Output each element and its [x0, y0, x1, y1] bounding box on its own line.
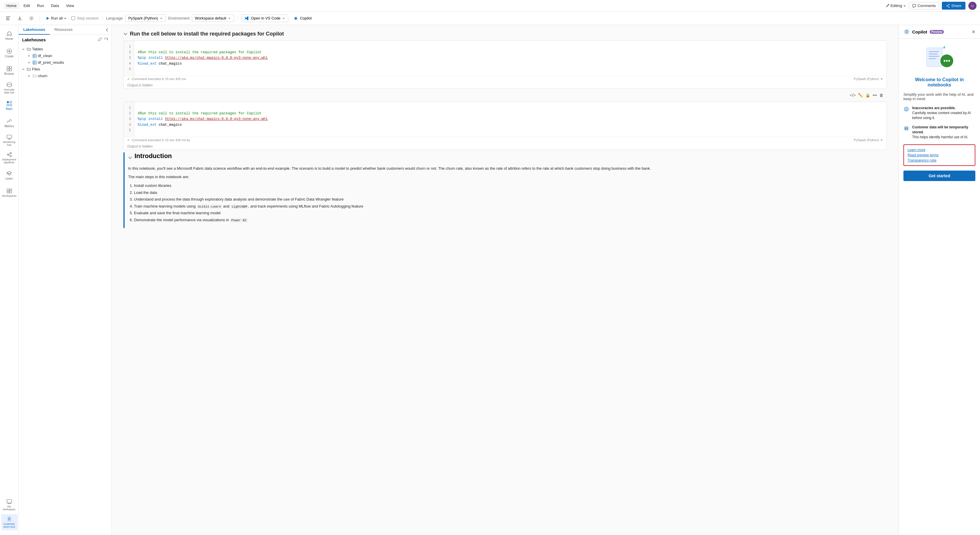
intro-title: Introduction [135, 152, 172, 160]
svg-rect-14 [7, 69, 9, 71]
svg-rect-12 [7, 67, 9, 68]
tree-item-df-pred[interactable]: df_pred_results [19, 59, 111, 66]
apps-icon [6, 101, 12, 106]
tables-group[interactable]: Tables [19, 46, 111, 52]
step-6: Demonstrate the model performance via vi… [134, 217, 887, 224]
copilot-panel-header: Copilot Preview ✕ [899, 25, 980, 39]
nav-run[interactable]: Run [34, 2, 47, 9]
svg-point-10 [296, 18, 297, 18]
nav-view[interactable]: View [63, 2, 77, 9]
editing-button[interactable]: Editing [885, 3, 906, 8]
intro-header[interactable]: Introduction [128, 152, 887, 163]
svg-point-6 [31, 17, 32, 19]
sidebar-item-deployment[interactable]: Deployment pipelines [1, 149, 18, 166]
nav-edit[interactable]: Edit [21, 2, 33, 9]
lock-tool[interactable]: 🔒 [865, 93, 870, 97]
sidebar-item-create[interactable]: Create [1, 45, 18, 61]
sidebar-item-home[interactable]: Home [1, 27, 18, 44]
line-numbers-2: 12345 [124, 102, 134, 137]
tab-resources[interactable]: Resources [50, 25, 77, 35]
pin-tool[interactable] [98, 37, 102, 42]
panel-header: Lakehouses [19, 35, 111, 44]
panel-tabs: Lakehouses Resources [19, 25, 111, 35]
collapse-icon [105, 28, 109, 32]
cell1-status: ✓ -Command executed in 15 sec 426 ms [127, 77, 186, 81]
delete-tool[interactable]: 🗑 [879, 93, 883, 97]
settings-button[interactable] [27, 15, 36, 22]
intro-p1: In this notebook, you'll see a Microsoft… [128, 166, 887, 172]
section1-header[interactable]: Run the cell below to install the requir… [123, 31, 887, 37]
copilot-button[interactable]: Copilot [291, 15, 315, 22]
tree-item-churn[interactable]: churn [19, 73, 111, 79]
get-started-button[interactable]: Get started [904, 171, 975, 181]
tree-item-df-clean[interactable]: df_clean [19, 52, 111, 59]
panel-tools [98, 37, 108, 42]
avatar[interactable]: U [968, 2, 977, 10]
svg-point-22 [7, 154, 8, 156]
caret-right-icon2 [28, 62, 30, 64]
caret-right-icon [28, 55, 30, 57]
format-icon [6, 16, 11, 21]
sidebar-item-metrics[interactable]: Metrics [1, 115, 18, 131]
sidebar-item-learn[interactable]: Learn [1, 167, 18, 183]
sidebar-item-browse[interactable]: Browse [1, 62, 18, 79]
notebook-icon [6, 516, 12, 522]
environment-selector[interactable]: Workspace default [192, 14, 234, 22]
code-tool[interactable]: </> [850, 93, 856, 97]
powerbi-code: Power BI [230, 218, 248, 222]
cell1-output: Output is hidden [124, 82, 886, 89]
panel-body: Tables df_clean df_pred_results [19, 44, 111, 535]
sidebar-item-workspaces[interactable]: Workspaces [1, 184, 18, 201]
svg-point-24 [10, 156, 11, 157]
download-button[interactable] [15, 15, 24, 22]
intro-section-wrapper: Introduction In this notebook, you'll se… [123, 152, 887, 228]
check-icon: ✓ [127, 77, 130, 81]
step-1: Install custom libraries [134, 182, 887, 189]
transparency-note-link[interactable]: Transparency note [907, 158, 971, 162]
my-workspace-button[interactable]: My workspace [1, 497, 18, 513]
edit-tool[interactable]: ✏️ [858, 93, 863, 97]
cell1-footer: ✓ -Command executed in 15 sec 426 ms PyS… [124, 76, 886, 82]
copilot-welcome-illustration [924, 45, 956, 71]
tables-caret [21, 48, 25, 51]
code-content-1[interactable]: #Run this cell to install the required p… [134, 41, 886, 76]
run-all-button[interactable]: Run all [43, 15, 69, 22]
browse-icon [6, 66, 12, 71]
stop-session-checkbox[interactable] [71, 16, 75, 20]
sidebar-item-monitoring[interactable]: Monitoring hub [1, 132, 18, 148]
collapse-panel-button[interactable] [105, 25, 111, 35]
files-group[interactable]: Files [19, 66, 111, 73]
copilot-close-button[interactable]: ✕ [972, 29, 975, 35]
open-vscode-button[interactable]: Open in VS Code [241, 14, 288, 22]
code-content-2[interactable]: #Run this cell to install the required p… [134, 102, 886, 137]
comments-button[interactable]: Comments [909, 2, 939, 9]
toolbar: Run all Stop session Language PySpark (P… [0, 12, 980, 25]
refresh-tool[interactable] [104, 37, 108, 42]
tab-lakehouses[interactable]: Lakehouses [19, 25, 50, 35]
more-tool[interactable]: ••• [873, 93, 877, 97]
copilot-title: Copilot Preview [904, 29, 944, 35]
customer-churn-item[interactable]: Customer churn-513 [1, 514, 18, 530]
learn-more-link[interactable]: Learn more [907, 148, 971, 152]
share-button[interactable]: Share [942, 2, 966, 10]
lgbm-code: LightGBM [231, 205, 248, 209]
top-bar-right: Editing Comments Share U [885, 2, 977, 10]
svg-rect-25 [7, 189, 9, 191]
chevron-down-icon [903, 4, 906, 7]
files-caret-icon [22, 68, 25, 71]
run-chevron-icon [64, 17, 67, 20]
stop-session-control: Stop session [71, 16, 99, 21]
table-icon2 [33, 60, 37, 65]
sidebar-item-onelake[interactable]: OneLake data hub [1, 80, 18, 96]
nav-data[interactable]: Data [48, 2, 62, 9]
read-preview-terms-link[interactable]: Read preview terms [907, 153, 971, 157]
format-button[interactable] [3, 15, 13, 22]
language-selector[interactable]: PySpark (Python) [125, 14, 166, 22]
svg-point-2 [947, 5, 947, 6]
cell2-status: ✓ -Command executed in 15 sec 426 ms by [127, 138, 190, 142]
sidebar-item-apps[interactable]: Apps [1, 97, 18, 114]
folder-icon2 [27, 67, 31, 71]
svg-rect-32 [33, 61, 37, 64]
database-icon [904, 126, 908, 130]
nav-home[interactable]: Home [3, 2, 19, 9]
